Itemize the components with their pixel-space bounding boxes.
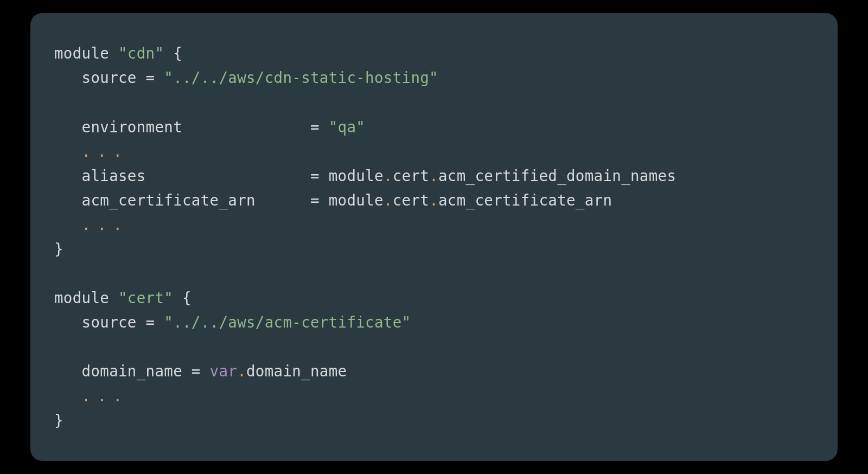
- code-token: [54, 143, 82, 160]
- code-token: source =: [54, 313, 164, 331]
- code-token: .: [429, 191, 438, 209]
- code-line: module "cdn" {: [54, 41, 814, 66]
- code-block: module "cdn" { source = "../../aws/cdn-s…: [30, 13, 838, 461]
- code-token: domain_name =: [54, 362, 210, 380]
- code-line: ...: [54, 384, 814, 408]
- code-token: var: [210, 362, 238, 380]
- code-token: }: [54, 412, 63, 429]
- code-line: }: [54, 237, 814, 261]
- code-token: .: [384, 167, 393, 184]
- code-token: {: [164, 44, 182, 62]
- code-token: "../../aws/cdn-static-hosting": [164, 69, 438, 86]
- code-token: .: [237, 362, 246, 380]
- code-token: "cdn": [118, 44, 164, 62]
- code-line: module "cert" {: [54, 286, 814, 310]
- code-token: "qa": [329, 118, 365, 136]
- code-token: module: [54, 44, 118, 62]
- code-token: source =: [54, 69, 164, 86]
- code-line: }: [54, 408, 814, 433]
- code-token: domain_name: [246, 362, 347, 380]
- code-line: acm_certificate_arn = module.cert.acm_ce…: [54, 188, 814, 213]
- code-token: ...: [82, 216, 129, 233]
- code-token: module: [54, 289, 118, 306]
- code-line: environment = "qa": [54, 115, 814, 139]
- code-token: [54, 216, 82, 233]
- code-token: acm_certified_domain_names: [438, 167, 676, 184]
- code-token: ...: [82, 387, 129, 405]
- code-token: cert: [393, 191, 429, 209]
- code-token: ...: [82, 143, 129, 160]
- code-token: [54, 387, 82, 405]
- code-token: acm_certificate_arn: [438, 191, 612, 209]
- code-line: source = "../../aws/acm-certificate": [54, 310, 814, 335]
- code-line: [54, 90, 814, 114]
- code-token: .: [429, 167, 438, 184]
- code-line: [54, 335, 814, 359]
- code-line: aliases = module.cert.acm_certified_doma…: [54, 164, 814, 188]
- code-line: source = "../../aws/cdn-static-hosting": [54, 66, 814, 90]
- code-token: "../../aws/acm-certificate": [164, 313, 411, 331]
- code-line: [54, 261, 814, 286]
- code-line: domain_name = var.domain_name: [54, 359, 814, 383]
- code-token: cert: [393, 167, 429, 184]
- code-token: .: [384, 191, 393, 209]
- code-token: {: [173, 289, 192, 306]
- code-token: aliases = module: [54, 167, 384, 184]
- code-line: ...: [54, 213, 814, 237]
- code-token: }: [54, 240, 63, 258]
- code-line: ...: [54, 139, 814, 164]
- code-token: "cert": [118, 289, 173, 306]
- code-token: environment =: [54, 118, 329, 136]
- code-token: acm_certificate_arn = module: [54, 191, 384, 209]
